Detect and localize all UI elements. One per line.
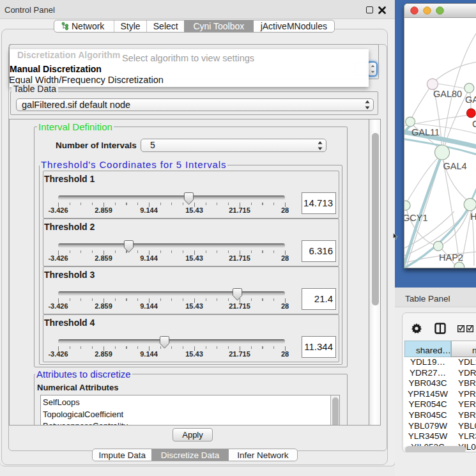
svg-text:GAL11: GAL11 <box>411 127 440 137</box>
svg-text:GAL80: GAL80 <box>433 89 462 99</box>
svg-text:HAP2: HAP2 <box>439 252 463 263</box>
svg-text:CYT1: CYT1 <box>472 119 476 129</box>
svg-text:HIS4: HIS4 <box>470 211 476 222</box>
svg-text:GCY1: GCY1 <box>404 213 428 223</box>
svg-text:GAL4: GAL4 <box>443 161 467 171</box>
svg-text:GAL2: GAL2 <box>465 95 476 105</box>
